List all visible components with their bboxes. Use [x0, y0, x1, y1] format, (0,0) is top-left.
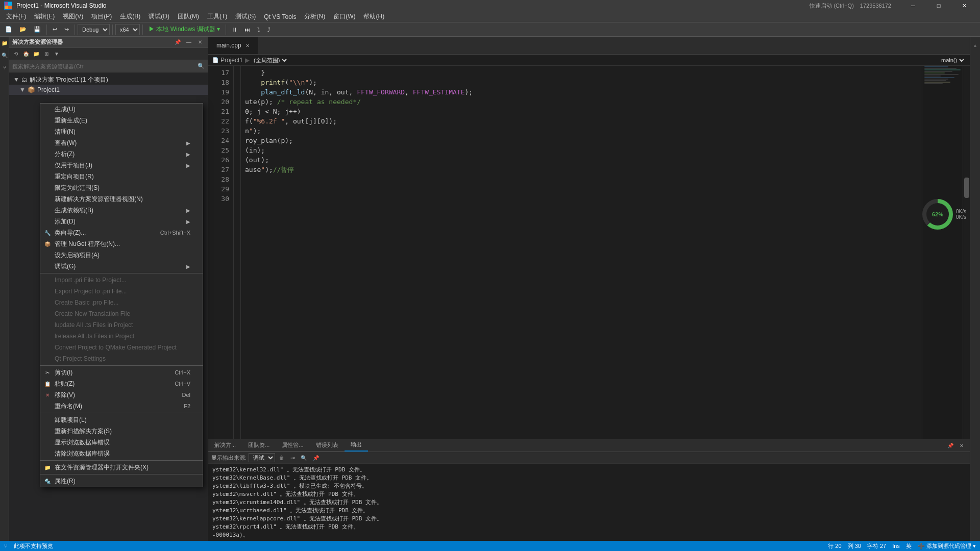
- sol-tool-1[interactable]: ⟲: [11, 49, 20, 59]
- sol-tool-4[interactable]: ⊞: [42, 49, 51, 59]
- activity-solution-icon[interactable]: 📁: [1, 39, 9, 47]
- ctx-view[interactable]: 查看(W) ▶: [40, 137, 203, 148]
- tab-properties[interactable]: 属性管...: [276, 439, 309, 452]
- output-line-7: ystem32\kernelappcore.dll" 。无法查找或打开 PDB …: [212, 515, 966, 523]
- ctx-qt-settings: Qt Project Settings: [40, 353, 203, 364]
- ctx-scope[interactable]: 限定为此范围(S): [40, 182, 203, 193]
- ctx-clear-browse-errors[interactable]: 清除浏览数据库错误: [40, 448, 203, 459]
- solution-search-input[interactable]: [12, 63, 198, 69]
- output-pin-btn[interactable]: 📌: [945, 442, 955, 449]
- ctx-build[interactable]: 生成(U): [40, 104, 203, 115]
- menu-window[interactable]: 窗口(W): [329, 11, 359, 22]
- status-mode: Ins: [892, 543, 900, 549]
- nav-func-select[interactable]: main(): [939, 57, 966, 64]
- ctx-build-deps[interactable]: 生成依赖项(B) ▶: [40, 205, 203, 216]
- svg-rect-2: [5, 6, 8, 9]
- scrollbar-vertical[interactable]: [963, 66, 970, 439]
- restore-button[interactable]: □: [927, 0, 950, 11]
- step-over-btn[interactable]: ⏭: [241, 23, 253, 36]
- nav-scope-select[interactable]: (全局范围): [252, 57, 288, 64]
- expand-btn[interactable]: —: [184, 38, 193, 47]
- run-button[interactable]: ▶ 本地 Windows 调试器 ▾: [145, 24, 223, 35]
- close-button[interactable]: ✕: [952, 0, 976, 11]
- activity-git-icon[interactable]: ⑂: [1, 63, 9, 71]
- ctx-project-only[interactable]: 仅用于项目(J) ▶: [40, 160, 203, 171]
- step-in-btn[interactable]: ⤵: [254, 23, 263, 36]
- menu-view[interactable]: 视图(V): [59, 11, 87, 22]
- output-line-3: ystem32\libfftw3-3.dll" 。模块已生成: 不包含符号。: [212, 482, 966, 490]
- sol-tool-5[interactable]: ▼: [52, 49, 61, 59]
- ctx-rename[interactable]: 重命名(M) F2: [40, 400, 203, 412]
- tab-error-list[interactable]: 错误列表: [310, 439, 345, 452]
- menu-bar: 文件(F) 编辑(E) 视图(V) 项目(P) 生成(B) 调试(D) 团队(M…: [0, 11, 980, 22]
- tab-main-cpp[interactable]: main.cpp ✕: [208, 37, 258, 54]
- scrollbar-thumb[interactable]: [964, 178, 969, 198]
- tab-team[interactable]: 团队资...: [242, 439, 276, 452]
- status-add-vcs[interactable]: ➕ 添加到源代码管理 ▾: [918, 542, 976, 550]
- pin-btn[interactable]: 📌: [173, 38, 182, 47]
- ctx-rebuild[interactable]: 重新生成(E): [40, 115, 203, 126]
- sol-tool-3[interactable]: 📁: [32, 49, 41, 59]
- save-btn[interactable]: 💾: [31, 23, 44, 36]
- platform-select[interactable]: x64: [115, 24, 140, 35]
- minimap-line-1: [924, 66, 948, 67]
- minimize-button[interactable]: ─: [901, 0, 925, 11]
- ctx-rescan[interactable]: 重新扫描解决方案(S): [40, 425, 203, 437]
- output-clear-btn[interactable]: 🗑: [277, 455, 286, 461]
- undo-btn[interactable]: ↩: [50, 23, 60, 36]
- menu-help[interactable]: 帮助(H): [359, 11, 388, 22]
- redo-btn[interactable]: ↪: [61, 23, 72, 36]
- tree-project[interactable]: ▼ 📦 Project1: [9, 85, 208, 95]
- ctx-remove[interactable]: ✕ 移除(V) Del: [40, 389, 203, 400]
- step-out-btn[interactable]: ⤴: [264, 23, 274, 36]
- ctx-add[interactable]: 添加(D) ▶: [40, 216, 203, 227]
- ctx-class-wizard[interactable]: 🔧 类向导(Z)... Ctrl+Shift+X: [40, 227, 203, 238]
- ctx-unload[interactable]: 卸载项目(L): [40, 414, 203, 425]
- activity-search-icon[interactable]: 🔍: [1, 51, 9, 59]
- ctx-properties[interactable]: 🔩 属性(R): [40, 475, 203, 487]
- ctx-class-wizard-icon: 🔧: [43, 229, 52, 237]
- ctx-analyze[interactable]: 分析(Z) ▶: [40, 148, 203, 160]
- menu-team[interactable]: 团队(M): [174, 11, 203, 22]
- ctx-cut[interactable]: ✂ 剪切(I) Ctrl+X: [40, 367, 203, 378]
- ctx-nuget[interactable]: 📦 管理 NuGet 程序包(N)...: [40, 238, 203, 249]
- ctx-paste[interactable]: 📋 粘贴(Z) Ctrl+V: [40, 378, 203, 389]
- menu-test[interactable]: 测试(S): [231, 11, 260, 22]
- status-left: ⑂ 此项不支持预览: [4, 542, 53, 550]
- menu-project[interactable]: 项目(P): [87, 11, 116, 22]
- new-file-btn[interactable]: 📄: [2, 23, 15, 36]
- menu-file[interactable]: 文件(F): [2, 11, 30, 22]
- debug-config-select[interactable]: Debug: [78, 24, 110, 35]
- minimap-line-2: [924, 68, 957, 69]
- output-wrap-btn[interactable]: ⇥: [288, 455, 297, 461]
- sol-tool-2[interactable]: 🏠: [21, 49, 31, 59]
- ctx-sep-2: [40, 365, 203, 366]
- menu-analyze[interactable]: 分析(N): [300, 11, 329, 22]
- menu-build[interactable]: 生成(B): [116, 11, 144, 22]
- tab-solution-explorer[interactable]: 解决方...: [208, 439, 242, 452]
- ctx-clean[interactable]: 清理(N): [40, 126, 203, 137]
- ctx-debug[interactable]: 调试(G) ▶: [40, 261, 203, 272]
- menu-qtvs[interactable]: Qt VS Tools: [260, 11, 300, 22]
- tab-main-cpp-close[interactable]: ✕: [246, 43, 250, 48]
- tab-output[interactable]: 输出: [345, 439, 368, 452]
- code-content[interactable]: } printf("\\n"); plan_dft_ld(N, in, out,…: [241, 66, 922, 439]
- tree-solution[interactable]: ▼ 🗂 解决方案 'Project1'(1 个项目): [9, 74, 208, 85]
- ctx-set-startup[interactable]: 设为启动项目(A): [40, 249, 203, 261]
- code-line-10: roy_plan(p);: [245, 136, 918, 145]
- close-panel-btn[interactable]: ✕: [195, 38, 205, 47]
- ctx-new-sol-view[interactable]: 新建解决方案资源管理器视图(N): [40, 193, 203, 205]
- menu-debug[interactable]: 调试(D): [144, 11, 174, 22]
- menu-edit[interactable]: 编辑(E): [30, 11, 59, 22]
- output-source-select[interactable]: 调试: [249, 453, 275, 462]
- ctx-retarget[interactable]: 重定向项目(R): [40, 171, 203, 182]
- ctx-open-folder[interactable]: 📁 在文件资源管理器中打开文件夹(X): [40, 462, 203, 473]
- line-num-18: 18: [208, 78, 229, 87]
- open-btn[interactable]: 📂: [16, 23, 30, 36]
- ctx-show-browse-errors[interactable]: 显示浏览数据库错误: [40, 437, 203, 448]
- output-pin-output-btn[interactable]: 📌: [311, 455, 321, 461]
- output-find-btn[interactable]: 🔍: [299, 455, 309, 461]
- output-close-btn[interactable]: ✕: [958, 442, 966, 449]
- breakpoint-btn[interactable]: ⏸: [229, 23, 240, 36]
- menu-tools[interactable]: 工具(T): [203, 11, 231, 22]
